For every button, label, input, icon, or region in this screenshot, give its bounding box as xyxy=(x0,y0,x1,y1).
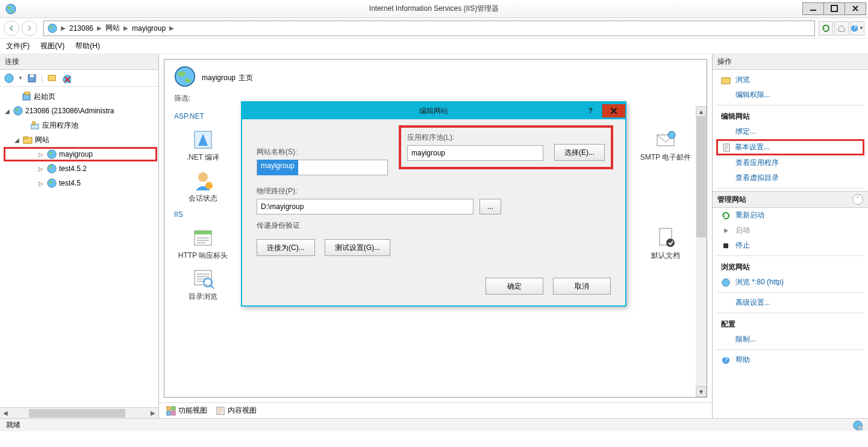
dialog-close-button[interactable] xyxy=(602,104,625,117)
scroll-down-icon[interactable]: ▼ xyxy=(696,386,707,397)
status-config-icon[interactable] xyxy=(852,420,863,431)
minimize-button[interactable] xyxy=(802,2,824,15)
feature-http-response[interactable]: HTTP 响应标头 xyxy=(174,222,232,263)
svg-point-13 xyxy=(14,107,22,115)
breadcrumb-item-site[interactable]: mayigroup xyxy=(132,24,166,33)
start-page-icon xyxy=(21,91,32,102)
svg-point-26 xyxy=(205,182,213,189)
site-name-input[interactable]: mayigroup xyxy=(257,160,388,175)
scroll-right-icon[interactable]: ▶ xyxy=(148,408,158,418)
tab-features-view[interactable]: 功能视图 xyxy=(166,405,207,416)
back-icon[interactable] xyxy=(4,73,14,84)
menu-help[interactable]: 帮助(H) xyxy=(75,41,100,51)
feature-net-compile[interactable]: .NET 编译 xyxy=(174,124,232,165)
action-view-vdirs[interactable]: 查看虚拟目录 xyxy=(713,170,868,186)
action-help[interactable]: ? 帮助 xyxy=(713,352,868,367)
action-bindings[interactable]: 绑定... xyxy=(713,124,868,139)
save-icon[interactable] xyxy=(27,73,37,84)
dialog-help-button[interactable]: ? xyxy=(579,104,602,117)
tree-sites[interactable]: ◢ 网站 xyxy=(4,133,157,147)
center-vertical-scrollbar[interactable]: ▲ ▼ xyxy=(696,106,707,397)
passthrough-label: 传递身份验证 xyxy=(257,220,611,231)
scroll-left-icon[interactable]: ◀ xyxy=(0,408,11,418)
menu-view[interactable]: 视图(V) xyxy=(40,41,64,51)
group-browse-site: 浏览网站 xyxy=(713,258,868,275)
svg-rect-42 xyxy=(167,407,170,410)
svg-point-19 xyxy=(48,164,56,173)
edit-site-dialog: 编辑网站 ? 网站名称(S): mayigroup 应用程序池(L): 选择(E… xyxy=(241,101,626,307)
menu-file[interactable]: 文件(F) xyxy=(6,41,30,51)
svg-point-18 xyxy=(48,150,56,158)
globe-icon xyxy=(46,149,57,160)
connect-as-button[interactable]: 连接为(C)... xyxy=(257,239,315,256)
globe-icon xyxy=(48,23,57,33)
scrollbar-thumb[interactable] xyxy=(29,409,125,417)
tree-site-mayigroup[interactable]: ▷ mayigroup xyxy=(4,147,157,161)
scroll-up-icon[interactable]: ▲ xyxy=(696,106,707,117)
feature-default-doc[interactable]: 默认文档 xyxy=(637,222,695,263)
action-edit-permissions[interactable]: 编辑权限... xyxy=(713,87,868,102)
action-explore[interactable]: 浏览 xyxy=(713,72,868,87)
apppool-label: 应用程序池(L): xyxy=(407,133,543,143)
select-apppool-button[interactable]: 选择(E)... xyxy=(554,144,605,161)
cancel-button[interactable]: 取消 xyxy=(553,278,611,295)
breadcrumb-item-sites[interactable]: 网站 xyxy=(105,23,120,33)
back-button[interactable] xyxy=(4,20,19,36)
remove-connection-icon[interactable] xyxy=(61,73,72,84)
svg-rect-15 xyxy=(33,122,35,125)
collapse-icon[interactable]: ˆ xyxy=(852,194,863,205)
connections-header: 连接 xyxy=(0,54,158,70)
svg-point-6 xyxy=(5,73,13,82)
add-connection-icon[interactable] xyxy=(46,73,57,84)
user-icon xyxy=(191,169,215,193)
close-button[interactable] xyxy=(845,2,866,15)
action-view-apps[interactable]: 查看应用程序 xyxy=(713,155,868,170)
restart-icon xyxy=(721,211,731,220)
ok-button[interactable]: 确定 xyxy=(486,278,543,295)
window-title: Internet Information Services (IIS)管理器 xyxy=(369,4,499,14)
help-button[interactable]: ?▼ xyxy=(850,21,864,36)
svg-rect-12 xyxy=(25,92,30,95)
tree-server[interactable]: ◢ 213086 (213086\Administra xyxy=(4,104,157,118)
refresh-button[interactable] xyxy=(819,21,833,36)
breadcrumb-item-server[interactable]: 213086 xyxy=(69,24,93,33)
test-settings-button[interactable]: 测试设置(G)... xyxy=(325,239,390,256)
apppool-input[interactable] xyxy=(407,145,543,161)
content-view-icon xyxy=(216,406,225,416)
svg-rect-43 xyxy=(172,407,175,410)
feature-session-state[interactable]: 会话状态 xyxy=(174,165,232,206)
action-stop[interactable]: 停止 xyxy=(713,238,868,253)
action-browse-80[interactable]: 浏览 *:80 (http) xyxy=(713,275,868,290)
browse-path-button[interactable]: ... xyxy=(479,199,501,214)
tree-site-test452[interactable]: ▷ test4.5.2 xyxy=(4,161,157,176)
scrollbar-thumb[interactable] xyxy=(696,117,706,237)
feature-dir-browse[interactable]: 目录浏览 xyxy=(174,263,232,304)
iis-icon xyxy=(5,3,17,15)
help-icon: ? xyxy=(721,355,731,365)
compile-icon xyxy=(191,128,215,152)
action-limits[interactable]: 限制... xyxy=(713,332,868,347)
connections-tree[interactable]: 起始页 ◢ 213086 (213086\Administra 应用程序池 ◢ … xyxy=(0,87,158,407)
svg-rect-45 xyxy=(172,411,175,415)
action-restart[interactable]: 重新启动 xyxy=(713,208,868,223)
tree-app-pools[interactable]: 应用程序池 xyxy=(4,118,157,133)
forward-button[interactable] xyxy=(22,20,37,36)
chevron-right-icon: ▶ xyxy=(169,25,174,31)
breadcrumb-bar[interactable]: ▶ 213086 ▶ 网站 ▶ mayigroup ▶ xyxy=(43,20,815,36)
feature-smtp[interactable]: SMTP 电子邮件 xyxy=(637,124,695,165)
center-heading: mayigroup 主页 xyxy=(202,70,253,83)
tab-content-view[interactable]: 内容视图 xyxy=(216,405,257,416)
svg-rect-49 xyxy=(723,243,728,248)
physical-path-input[interactable] xyxy=(257,199,473,214)
action-basic-settings[interactable]: 基本设置... xyxy=(716,139,864,155)
action-advanced[interactable]: 高级设置... xyxy=(713,295,868,310)
svg-rect-28 xyxy=(195,231,211,234)
tree-site-test45[interactable]: ▷ test4.5 xyxy=(4,176,157,190)
tree-start-page[interactable]: 起始页 xyxy=(4,89,157,104)
maximize-button[interactable] xyxy=(823,2,845,15)
site-globe-icon xyxy=(174,66,196,87)
play-icon xyxy=(721,226,731,236)
svg-point-21 xyxy=(175,67,195,86)
tree-horizontal-scrollbar[interactable]: ◀ ▶ xyxy=(0,407,158,418)
home-button[interactable] xyxy=(834,21,849,36)
